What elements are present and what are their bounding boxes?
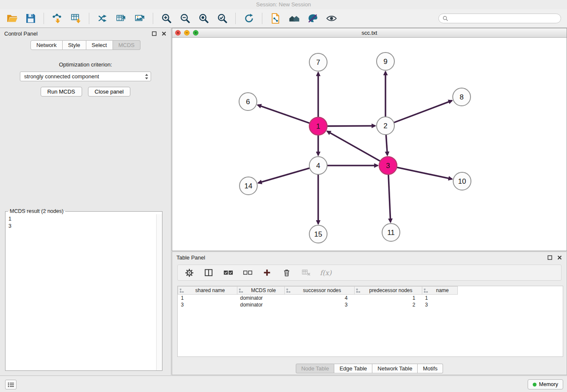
edge-3-10[interactable] [397, 167, 452, 179]
edge-3-11[interactable] [388, 174, 391, 222]
show-column-panel-button[interactable] [203, 267, 214, 278]
network-canvas[interactable]: 7968124314101511 [172, 38, 567, 251]
node-label-4: 4 [316, 162, 320, 170]
network-file-button[interactable] [268, 11, 283, 26]
export-table-button[interactable] [113, 11, 129, 26]
network-graph: 7968124314101511 [172, 38, 567, 251]
zoom-in-button[interactable] [159, 11, 174, 26]
table-cell[interactable]: 1 [178, 295, 237, 301]
tab-motifs[interactable]: Motifs [418, 364, 443, 373]
deselect-all-icon [243, 270, 253, 276]
run-mcds-button[interactable]: Run MCDS [41, 87, 82, 97]
zoom-fit-button[interactable] [196, 11, 211, 26]
mcds-result-item[interactable]: 3 [8, 223, 159, 230]
save-session-button[interactable] [23, 11, 38, 26]
result-scrollbar[interactable] [156, 214, 162, 370]
table-settings-button[interactable] [184, 267, 195, 278]
search-box[interactable] [438, 14, 561, 23]
float-panel-button[interactable] [547, 255, 553, 261]
minimize-window-button[interactable] [184, 30, 190, 36]
close-panel-button[interactable] [161, 31, 167, 37]
edge-2-8[interactable] [394, 101, 452, 123]
edge-3-1[interactable] [327, 131, 380, 161]
table-cell[interactable]: 3 [285, 301, 355, 308]
zoom-selected-button[interactable] [215, 11, 230, 26]
table-row[interactable]: 1dominator411 [178, 295, 458, 301]
table-toolbar: f(x) [177, 265, 561, 281]
import-network-button[interactable] [50, 11, 65, 26]
column-header-predecessor-nodes[interactable]: predecessor nodes [355, 287, 422, 295]
split-columns-icon [204, 268, 213, 277]
mcds-result-item[interactable]: 1 [8, 215, 159, 223]
home-button[interactable] [286, 11, 302, 26]
close-panel-action-button[interactable]: Close panel [88, 87, 131, 97]
node-label-7: 7 [316, 58, 320, 66]
delete-table-icon [301, 268, 311, 277]
table-cell[interactable]: 3 [178, 301, 237, 308]
tab-edge-table[interactable]: Edge Table [334, 364, 372, 373]
node-label-6: 6 [246, 98, 250, 106]
table-row[interactable]: 3dominator323 [178, 301, 458, 308]
search-input[interactable] [451, 16, 557, 22]
column-header-name[interactable]: name [422, 287, 458, 295]
table-cell[interactable]: 1 [355, 295, 422, 301]
create-column-button[interactable] [261, 267, 272, 278]
export-image-button[interactable] [132, 11, 147, 26]
zoom-out-button[interactable] [177, 11, 193, 26]
table-cell[interactable]: dominator [237, 295, 285, 301]
maximize-window-button[interactable] [193, 30, 198, 36]
node-label-14: 14 [245, 182, 253, 190]
table-cell[interactable]: dominator [237, 301, 285, 308]
edge-1-6[interactable] [258, 105, 310, 123]
deselect-all-columns-button[interactable] [242, 267, 253, 278]
column-header-successor-nodes[interactable]: successor nodes [285, 287, 355, 295]
memory-status-dot [533, 383, 537, 386]
network-file-icon [270, 13, 281, 24]
network-window-title: scc.txt [172, 30, 567, 36]
plus-icon [263, 268, 271, 277]
tab-network[interactable]: Network [30, 40, 63, 50]
tab-style[interactable]: Style [63, 40, 86, 50]
window-titlebar: Session: New Session [0, 0, 567, 9]
node-label-9: 9 [383, 58, 387, 66]
close-window-button[interactable] [175, 30, 181, 36]
style-button[interactable] [305, 11, 320, 26]
tab-network-table[interactable]: Network Table [372, 364, 418, 373]
zoom-selected-icon [217, 13, 228, 24]
network-from-selection-button[interactable] [95, 11, 110, 26]
criterion-dropdown[interactable]: strongly connected component [20, 72, 151, 81]
import-table-button[interactable] [68, 11, 83, 26]
column-header-shared-name[interactable]: shared name [178, 287, 237, 295]
refresh-layout-icon [243, 13, 255, 24]
table-cell[interactable]: 2 [355, 301, 422, 308]
tab-node-table[interactable]: Node Table [296, 364, 335, 373]
eye-icon [326, 13, 337, 24]
open-session-button[interactable] [4, 11, 19, 26]
close-panel-button[interactable] [556, 255, 562, 261]
node-label-1: 1 [316, 122, 320, 130]
tab-mcds[interactable]: MCDS [113, 40, 140, 50]
save-icon [25, 13, 36, 24]
select-all-columns-button[interactable] [223, 267, 234, 278]
apply-layout-button[interactable] [241, 11, 256, 26]
show-panels-button[interactable] [5, 380, 17, 389]
table-cell[interactable]: 1 [422, 295, 458, 301]
edge-4-14[interactable] [258, 168, 310, 183]
zoom-in-icon [161, 13, 172, 24]
column-header-MCDS-role[interactable]: MCDS role [237, 287, 285, 295]
memory-button[interactable]: Memory [528, 379, 563, 389]
edge-2-3[interactable] [386, 135, 387, 155]
criterion-dropdown-value: strongly connected component [24, 73, 99, 80]
edge-1-2[interactable] [327, 126, 375, 126]
table-panel-tabs: Node TableEdge TableNetwork TableMotifs [172, 364, 567, 373]
zoom-fit-icon [198, 13, 209, 24]
table-cell[interactable]: 3 [422, 301, 458, 308]
tab-select[interactable]: Select [86, 40, 113, 50]
table-cell[interactable]: 4 [285, 295, 355, 301]
float-panel-button[interactable] [151, 31, 157, 37]
delete-column-button[interactable] [281, 267, 292, 278]
table-panel-title: Table Panel [176, 254, 205, 261]
node-label-2: 2 [383, 122, 387, 130]
toolbar-separator [89, 13, 89, 24]
visibility-button[interactable] [324, 11, 339, 26]
